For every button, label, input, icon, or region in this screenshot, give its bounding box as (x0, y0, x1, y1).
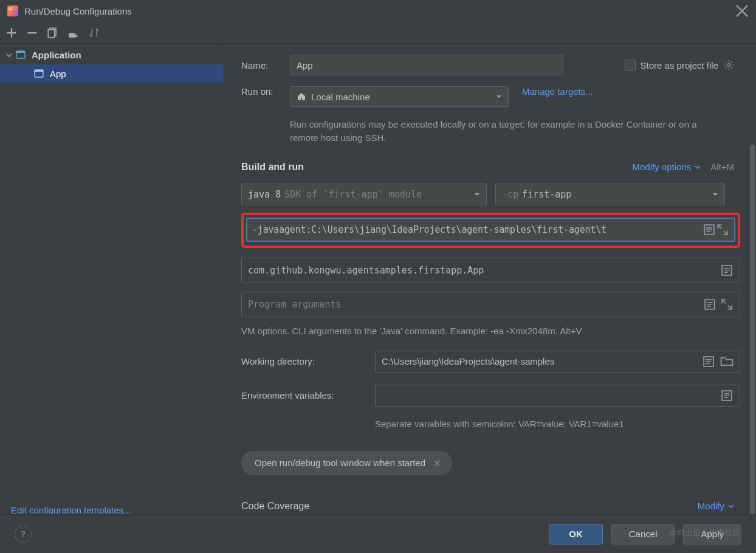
caret-down-icon (496, 94, 502, 100)
classpath-select[interactable]: -cp first-app (495, 184, 725, 205)
runon-label: Run on: (241, 86, 290, 97)
sdk-select[interactable]: java 8 SDK of 'first-app' module (241, 184, 487, 205)
working-dir-field[interactable]: C:\Users\jiang\IdeaProjects\agent-sample… (375, 351, 740, 373)
remove-icon[interactable] (27, 27, 38, 38)
application-icon (34, 69, 44, 78)
caret-down-icon (474, 191, 480, 197)
tree-item-label: App (50, 69, 66, 79)
application-type-icon (16, 50, 26, 60)
gear-icon[interactable] (723, 60, 734, 70)
sort-icon[interactable] (89, 27, 100, 38)
env-vars-field[interactable] (375, 385, 740, 407)
tree-group-label: Application (32, 50, 81, 60)
main-class-value: com.github.kongwu.agentsamples.firstapp.… (248, 265, 484, 276)
main-class-field[interactable]: com.github.kongwu.agentsamples.firstapp.… (241, 258, 740, 283)
insert-macro-icon[interactable] (702, 355, 715, 368)
dialog-title: Run/Debug Configurations (24, 6, 735, 16)
insert-macro-icon[interactable] (720, 389, 734, 402)
home-icon (297, 92, 306, 101)
insert-macro-icon[interactable] (720, 264, 734, 277)
sdk-name: java 8 (248, 189, 281, 200)
vm-help-text: VM options. CLI arguments to the 'Java' … (241, 326, 740, 336)
cancel-button[interactable]: Cancel (611, 524, 675, 544)
svg-rect-1 (48, 29, 54, 37)
insert-macro-icon[interactable] (703, 223, 716, 236)
chevron-down-icon (6, 52, 12, 58)
expand-icon[interactable] (720, 298, 734, 311)
svg-rect-5 (35, 70, 43, 72)
svg-point-6 (727, 64, 730, 67)
env-hint: Separate variables with semicolon: VAR=v… (375, 419, 740, 429)
cp-prefix: -cp (502, 189, 518, 200)
working-dir-label: Working directory: (241, 356, 375, 366)
help-button[interactable]: ? (15, 526, 32, 543)
store-checkbox[interactable] (625, 60, 636, 70)
config-tree: Application App (0, 44, 224, 499)
program-args-placeholder: Program arguments (248, 299, 342, 310)
modify-options-link[interactable]: Modify options (633, 162, 701, 172)
main-panel: Name: Store as project file Run on: Loca… (224, 44, 756, 524)
code-coverage-title: Code Coverage (241, 501, 309, 512)
toolbar (0, 22, 756, 44)
option-chip[interactable]: Open run/debug tool window when started (241, 451, 452, 475)
code-coverage-modify-link[interactable]: Modify (698, 501, 734, 511)
vm-options-highlight (241, 213, 740, 248)
runon-hint: Run configurations may be executed local… (290, 118, 727, 145)
vm-options-input[interactable] (252, 224, 703, 235)
vm-options-field[interactable] (246, 218, 735, 242)
sdk-sub: SDK of 'first-app' module (284, 189, 422, 200)
expand-icon[interactable] (716, 223, 729, 236)
titlebar: Run/Debug Configurations (0, 0, 756, 22)
close-icon[interactable] (735, 4, 749, 18)
name-label: Name: (241, 60, 290, 70)
cp-module: first-app (522, 189, 571, 200)
build-run-title: Build and run (241, 162, 304, 173)
runon-select[interactable]: Local machine (290, 86, 509, 107)
add-icon[interactable] (6, 27, 17, 38)
manage-targets-link[interactable]: Manage targets... (522, 86, 593, 97)
name-input[interactable] (290, 55, 563, 75)
save-template-icon[interactable] (68, 27, 79, 38)
intellij-logo-icon (7, 5, 18, 16)
tree-item-app[interactable]: App (0, 64, 224, 83)
insert-macro-icon[interactable] (703, 298, 716, 311)
env-vars-label: Environment variables: (241, 390, 375, 400)
scrollbar[interactable] (749, 55, 756, 524)
apply-button[interactable]: Apply (683, 524, 741, 544)
modify-shortcut: Alt+M (710, 162, 734, 172)
working-dir-value: C:\Users\jiang\IdeaProjects\agent-sample… (382, 356, 554, 366)
sidebar: Application App Edit configuration templ… (0, 44, 224, 524)
store-label: Store as project file (641, 60, 718, 70)
svg-rect-3 (16, 51, 25, 53)
tree-group-application[interactable]: Application (0, 45, 224, 64)
chip-close-icon[interactable] (434, 460, 440, 466)
chip-label: Open run/debug tool window when started (255, 458, 425, 468)
copy-icon[interactable] (47, 27, 58, 38)
footer: ? OK Cancel Apply (0, 514, 756, 553)
folder-icon[interactable] (720, 355, 734, 368)
program-args-field[interactable]: Program arguments (241, 292, 740, 317)
scrollbar-thumb[interactable] (750, 145, 755, 521)
caret-down-icon (712, 191, 718, 197)
runon-value: Local machine (311, 92, 370, 102)
ok-button[interactable]: OK (549, 524, 603, 544)
